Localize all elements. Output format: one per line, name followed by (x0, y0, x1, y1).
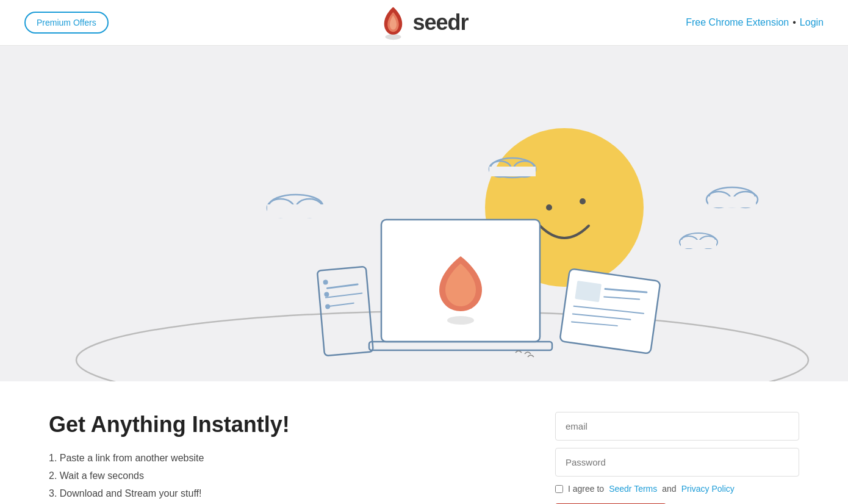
svg-point-9 (323, 279, 328, 285)
step-1: 1. Paste a link from another website (49, 450, 290, 467)
password-input[interactable] (555, 448, 799, 477)
svg-point-0 (386, 34, 401, 40)
hero-section (0, 46, 848, 381)
svg-rect-33 (708, 196, 756, 207)
chrome-extension-link[interactable]: Free Chrome Extension (686, 17, 789, 28)
premium-offers-button[interactable]: Premium Offers (24, 12, 109, 34)
bottom-section: Get Anything Instantly! 1. Paste a link … (0, 381, 848, 504)
logo: seedr (379, 4, 468, 41)
left-content: Get Anything Instantly! 1. Paste a link … (49, 412, 290, 502)
step-3: 3. Download and Stream your stuff! (49, 485, 290, 503)
terms-row: I agree to Seedr Terms and Privacy Polic… (555, 484, 799, 494)
header-nav: Free Chrome Extension • Login (686, 17, 824, 28)
svg-line-6 (327, 284, 358, 288)
svg-point-10 (324, 292, 329, 297)
logo-text: seedr (412, 10, 468, 35)
cloud-4-icon (680, 233, 717, 248)
svg-line-7 (326, 293, 362, 297)
email-input[interactable] (555, 412, 799, 441)
svg-rect-25 (489, 167, 536, 176)
step-2: 2. Wait a few seconds (49, 467, 290, 485)
nav-separator: • (792, 17, 796, 28)
svg-point-14 (447, 316, 474, 325)
header: Premium Offers seedr Free Chrome Extensi… (0, 0, 848, 46)
svg-rect-37 (681, 240, 716, 248)
terms-prefix: I agree to (568, 484, 604, 494)
registration-form: I agree to Seedr Terms and Privacy Polic… (555, 412, 799, 504)
svg-point-3 (580, 198, 586, 204)
privacy-policy-link[interactable]: Privacy Policy (681, 484, 735, 494)
logo-flame-icon (379, 4, 406, 41)
svg-rect-15 (559, 268, 660, 354)
main-headline: Get Anything Instantly! (49, 412, 290, 437)
svg-rect-16 (575, 281, 602, 302)
cloud-2-icon (267, 195, 325, 218)
svg-point-2 (546, 204, 552, 211)
svg-rect-29 (267, 204, 325, 218)
svg-rect-13 (369, 342, 552, 350)
terms-middle: and (662, 484, 676, 494)
svg-point-11 (325, 304, 331, 309)
terms-checkbox[interactable] (555, 485, 563, 493)
hero-illustration (149, 67, 699, 360)
cloud-3-icon (706, 187, 758, 207)
login-link[interactable]: Login (800, 17, 824, 28)
svg-line-8 (326, 303, 354, 307)
seedr-terms-link[interactable]: Seedr Terms (609, 484, 657, 494)
